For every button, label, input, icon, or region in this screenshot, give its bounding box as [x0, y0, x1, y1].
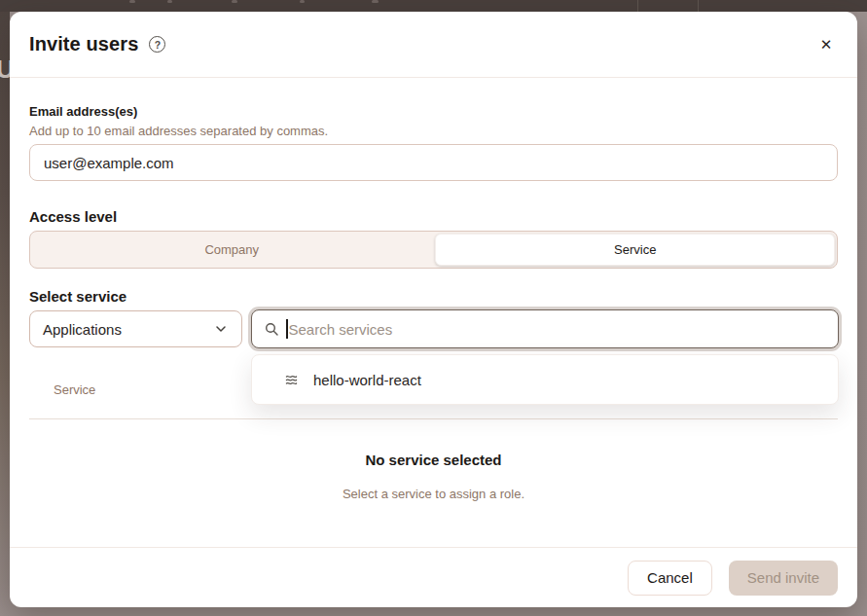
dialog-footer: Cancel Send invite — [10, 547, 857, 607]
segment-company[interactable]: Company — [30, 232, 434, 268]
email-field[interactable] — [29, 144, 838, 181]
screen: U Invite users ? ✕ Email address(es) Add… — [0, 0, 867, 616]
obscured-header-text — [232, 0, 237, 3]
chevron-down-icon — [213, 321, 229, 337]
dialog-header: Invite users ? ✕ — [10, 12, 857, 78]
search-icon — [264, 321, 279, 337]
close-icon[interactable]: ✕ — [814, 33, 838, 56]
service-type-value: Applications — [43, 321, 122, 338]
cancel-button[interactable]: Cancel — [628, 561, 712, 596]
empty-state-title: No service selected — [10, 452, 857, 468]
backdrop-right — [857, 12, 867, 616]
background-page-fragment: U — [0, 54, 10, 85]
obscured-header-text — [129, 0, 135, 3]
empty-state-subtitle: Select a service to assign a role. — [10, 487, 857, 501]
backdrop-left: U — [0, 12, 10, 616]
stack-icon — [284, 373, 299, 387]
table-header-divider — [29, 418, 838, 419]
topbar-separator — [698, 0, 699, 12]
email-label: Email address(es) — [29, 104, 137, 119]
obscured-header-text — [300, 0, 305, 3]
dialog-title: Invite users — [29, 33, 138, 55]
service-result-label: hello-world-react — [313, 372, 421, 388]
invite-users-dialog: Invite users ? ✕ Email address(es) Add u… — [10, 12, 857, 607]
obscured-header-text — [167, 0, 172, 3]
topbar-separator — [637, 0, 638, 12]
access-level-label: Access level — [29, 208, 117, 225]
select-service-label: Select service — [29, 288, 126, 305]
service-column-header: Service — [54, 382, 95, 397]
service-result-item[interactable]: hello-world-react — [252, 355, 838, 404]
obscured-header-text — [372, 0, 379, 3]
service-results-dropdown: hello-world-react — [251, 354, 839, 405]
access-level-toggle: Company Service — [29, 231, 838, 269]
segment-service[interactable]: Service — [434, 232, 838, 268]
background-topbar — [0, 0, 867, 12]
search-services-input[interactable] — [289, 321, 827, 338]
service-search-box[interactable] — [251, 309, 839, 348]
text-cursor — [286, 319, 288, 339]
service-type-select[interactable]: Applications — [29, 310, 242, 347]
help-icon[interactable]: ? — [149, 36, 165, 53]
email-helper-text: Add up to 10 email addresses separated b… — [29, 124, 328, 138]
send-invite-button[interactable]: Send invite — [729, 561, 838, 596]
